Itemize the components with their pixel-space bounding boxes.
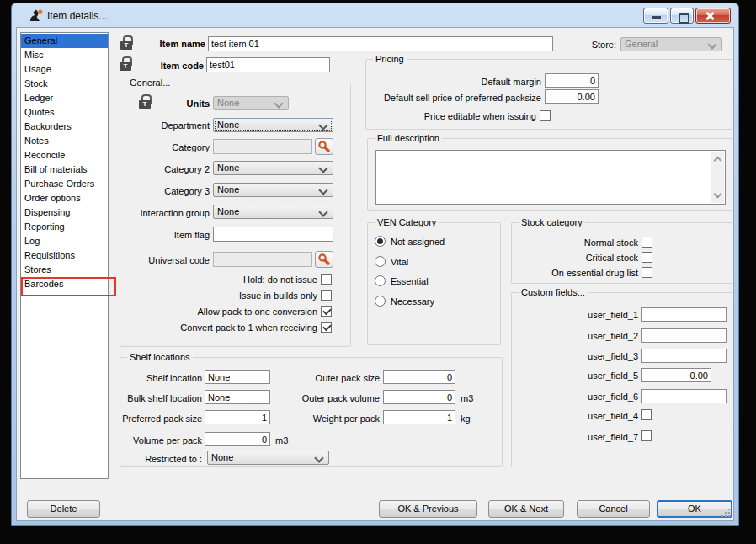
hold-checkbox[interactable] xyxy=(321,274,332,285)
sidebar-item-order-options[interactable]: Order options xyxy=(21,191,108,205)
category-search-button[interactable] xyxy=(315,138,333,155)
item-name-input[interactable] xyxy=(208,36,553,51)
user-field-1-input[interactable] xyxy=(641,307,727,322)
essential-drug-list-label: On essential drug list xyxy=(512,268,638,278)
maximize-icon[interactable] xyxy=(670,8,694,24)
minimize-icon[interactable] xyxy=(643,8,668,24)
ven-essential-radio[interactable] xyxy=(375,275,386,286)
interaction-group-value: None xyxy=(217,206,239,216)
sidebar-item-reporting[interactable]: Reporting xyxy=(21,220,108,234)
bulk-shelf-location-input[interactable] xyxy=(205,390,270,404)
critical-stock-label: Critical stock xyxy=(512,253,638,263)
ok-previous-button[interactable]: OK & Previous xyxy=(379,500,477,518)
ok-next-button[interactable]: OK & Next xyxy=(488,500,564,518)
department-select[interactable]: None xyxy=(213,118,333,132)
price-editable-checkbox[interactable] xyxy=(540,110,551,121)
user-field-5-input[interactable] xyxy=(641,368,711,382)
convert-pack-checkbox[interactable] xyxy=(321,322,332,333)
weight-unit-label: kg xyxy=(461,413,471,424)
sidebar-item-reconcile[interactable]: Reconcile xyxy=(21,148,108,163)
sidebar-item-stores[interactable]: Stores xyxy=(21,263,108,277)
ven-not-assigned-radio[interactable] xyxy=(375,236,386,247)
textarea-scrollbar[interactable] xyxy=(711,152,724,203)
ven-vital-label: Vital xyxy=(391,257,408,267)
sidebar-item-ledger[interactable]: Ledger xyxy=(21,91,108,105)
sidebar-item-general[interactable]: General xyxy=(21,34,108,48)
sidebar-item-quotes[interactable]: Quotes xyxy=(21,105,108,120)
titlebar[interactable]: Item details... xyxy=(12,3,738,27)
restricted-to-select[interactable]: None xyxy=(207,451,329,465)
store-label: Store: xyxy=(572,40,616,50)
scroll-up-icon[interactable] xyxy=(714,157,722,165)
resize-grip[interactable] xyxy=(721,508,731,518)
department-label: Department xyxy=(137,120,210,131)
cancel-button[interactable]: Cancel xyxy=(577,500,650,518)
delete-button[interactable]: Delete xyxy=(27,500,100,518)
shelf-locations-title: Shelf locations xyxy=(127,352,193,362)
sidebar-item-dispensing[interactable]: Dispensing xyxy=(21,205,108,220)
full-description-textarea[interactable] xyxy=(375,150,726,205)
sidebar-item-stock[interactable]: Stock xyxy=(21,77,108,91)
normal-stock-checkbox[interactable] xyxy=(642,237,652,248)
user-field-2-input[interactable] xyxy=(641,328,727,343)
category3-select[interactable]: None xyxy=(213,183,333,197)
sidebar-item-notes[interactable]: Notes xyxy=(21,134,108,148)
category-input[interactable] xyxy=(213,139,312,154)
sell-price-input[interactable] xyxy=(545,89,599,104)
outer-pack-volume-input[interactable] xyxy=(383,390,455,404)
user-field-3-input[interactable] xyxy=(641,349,727,363)
stock-category-group: Stock category Normal stock Critical sto… xyxy=(511,222,732,284)
lock-icon xyxy=(139,94,151,109)
default-margin-input[interactable] xyxy=(545,73,599,88)
ven-category-group: VEN Category Not assigned Vital Essentia… xyxy=(367,222,501,345)
convert-pack-label: Convert pack to 1 when receiving xyxy=(154,323,317,333)
critical-stock-checkbox[interactable] xyxy=(642,252,652,263)
allow-pack-checkbox[interactable] xyxy=(321,306,332,317)
store-select[interactable]: General xyxy=(620,37,722,51)
ven-essential-label: Essential xyxy=(391,276,429,286)
universal-code-input[interactable] xyxy=(213,252,312,267)
units-label: Units xyxy=(171,99,210,109)
item-flag-input[interactable] xyxy=(213,227,333,242)
category2-label: Category 2 xyxy=(137,164,210,174)
units-select[interactable]: None xyxy=(213,96,289,110)
universal-code-search-button[interactable] xyxy=(315,251,333,268)
close-icon[interactable] xyxy=(695,8,731,24)
user-field-4-checkbox[interactable] xyxy=(641,409,652,420)
scroll-down-icon[interactable] xyxy=(714,190,722,199)
issue-builds-checkbox[interactable] xyxy=(321,290,332,301)
sidebar-item-bill-of-materials[interactable]: Bill of materials xyxy=(21,163,108,177)
item-flag-label: Item flag xyxy=(137,230,210,240)
interaction-group-select[interactable]: None xyxy=(213,205,333,219)
category3-value: None xyxy=(217,184,239,195)
sidebar-item-usage[interactable]: Usage xyxy=(21,62,108,77)
volume-unit-label: m3 xyxy=(275,435,288,445)
outer-pack-size-input[interactable] xyxy=(383,370,455,384)
sidebar-item-log[interactable]: Log xyxy=(21,234,108,248)
user-field-2-label: user_field_2 xyxy=(512,331,638,341)
ven-necessary-radio[interactable] xyxy=(375,296,386,307)
user-field-6-label: user_field_6 xyxy=(512,392,638,402)
sidebar-item-barcodes[interactable]: Barcodes xyxy=(21,277,108,291)
app-icon xyxy=(29,8,44,23)
sidebar-item-misc[interactable]: Misc xyxy=(21,48,108,62)
sidebar-item-purchase-orders[interactable]: Purchase Orders xyxy=(21,177,108,191)
preferred-pack-size-label: Preferred pack size xyxy=(120,413,202,424)
sidebar-item-requisitions[interactable]: Requisitions xyxy=(21,248,108,263)
store-value: General xyxy=(625,39,658,49)
category2-select[interactable]: None xyxy=(213,161,333,175)
user-field-4-label: user_field_4 xyxy=(512,411,638,421)
essential-drug-list-checkbox[interactable] xyxy=(642,267,652,278)
outer-pack-volume-label: Outer pack volume xyxy=(272,393,380,403)
shelf-location-input[interactable] xyxy=(205,370,270,384)
volume-per-pack-input[interactable] xyxy=(205,432,270,446)
weight-per-pack-input[interactable] xyxy=(383,410,455,424)
item-code-input[interactable] xyxy=(206,57,330,72)
user-field-7-checkbox[interactable] xyxy=(641,430,652,441)
ven-not-assigned-label: Not assigned xyxy=(391,237,445,247)
preferred-pack-size-input[interactable] xyxy=(205,410,270,424)
sidebar-item-backorders[interactable]: Backorders xyxy=(21,120,108,134)
user-field-6-input[interactable] xyxy=(641,389,727,403)
full-description-title: Full description xyxy=(375,133,442,143)
ven-vital-radio[interactable] xyxy=(375,256,386,267)
